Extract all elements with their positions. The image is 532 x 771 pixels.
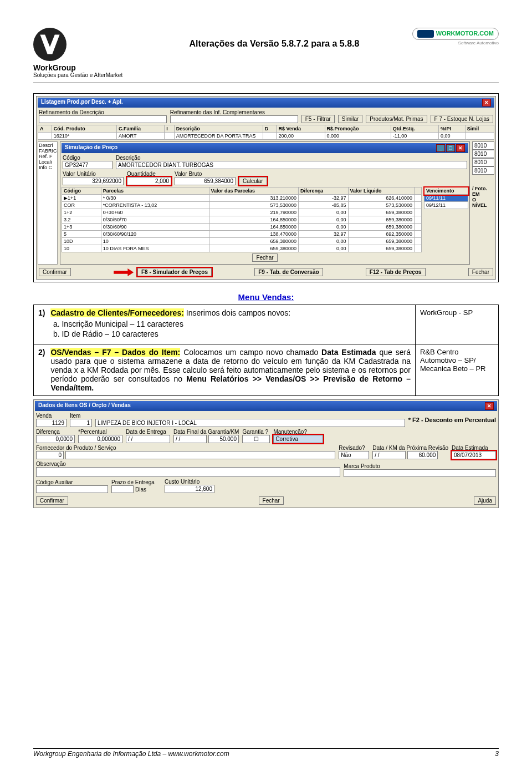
close-icon[interactable]: ✕	[485, 402, 494, 410]
col-ipi: %IPI	[438, 125, 465, 133]
produtos-button[interactable]: Produtos/Mat. Primas	[366, 115, 427, 123]
manut-select[interactable]: Corretiva	[273, 435, 323, 443]
sim-row[interactable]: 10D10659,3800000,00659,380000	[62, 238, 422, 245]
venc-cell[interactable]: 09/12/11	[424, 202, 468, 209]
forn-label: Fornecedor do Produto / Serviço	[36, 445, 335, 451]
item-desc-input[interactable]: LIMPEZA DE BICO INJETOR I - LOCAL	[95, 419, 405, 427]
f9-button[interactable]: F9 - Tab. de Conversão	[254, 268, 323, 276]
confirmar-button[interactable]: Confirmar	[36, 496, 68, 505]
dfin-km-input[interactable]: 50.000	[208, 435, 239, 443]
perc-input[interactable]: 0,000000	[78, 435, 122, 443]
fechar-button[interactable]: Fechar	[259, 496, 284, 505]
sim-row[interactable]: 50/30/60/90/120138,47000032,97692,350000	[62, 231, 422, 238]
ajuda-button[interactable]: Ajuda	[474, 496, 496, 505]
item1-rest: Inserimos dois campos novos:	[184, 308, 290, 317]
close-icon[interactable]: ✕	[456, 144, 465, 152]
item-label: Item	[70, 413, 92, 419]
side-text: / Foto.	[472, 186, 494, 191]
marca-input[interactable]	[344, 469, 496, 477]
menu-vendas-link: Menu Vendas:	[238, 292, 294, 302]
sim-titlebar: Simulação de Preço _ □ ✕	[62, 143, 468, 153]
dest-input[interactable]: 08/07/2013	[452, 451, 496, 459]
sim-vunit-input[interactable]: 329,692000	[63, 177, 124, 185]
side-label: Info C	[39, 165, 57, 170]
refine-desc-input[interactable]	[39, 115, 167, 123]
workmotor-text: WORKMOTOR.COM	[436, 30, 494, 37]
f5-button[interactable]: F5 - Filtrar	[301, 115, 335, 123]
dkm-km-input[interactable]: 60.000	[407, 451, 438, 459]
listing-window: Listagem Prod.por Desc. + Apl. ✕ Refinam…	[36, 96, 496, 280]
dfin-date-input[interactable]: / /	[173, 435, 207, 443]
manut-label: Manutenção?	[273, 429, 323, 435]
f8-button[interactable]: F8 - Simulador de Preços	[137, 268, 212, 276]
dkm-date-input[interactable]: / /	[372, 451, 406, 459]
maximize-icon[interactable]: □	[446, 144, 455, 152]
col-venda: R$ Venda	[277, 125, 325, 133]
sim-desc-input[interactable]: AMORTECEDOR DIANT. TURBOGAS	[116, 161, 467, 169]
obs-input[interactable]	[36, 467, 340, 477]
sim-codigo-label: Código	[63, 155, 112, 161]
sim-vbruto-input[interactable]: 659,384000	[175, 177, 236, 185]
col-simil: Simil	[465, 125, 494, 133]
close-icon[interactable]: ✕	[482, 99, 491, 106]
refine-desc-label: Refinamento da Descrição	[39, 109, 167, 115]
venc-header: Vencimento	[424, 187, 468, 195]
side-text: EM	[472, 191, 494, 197]
fechar-button[interactable]: Fechar	[468, 268, 493, 276]
venda-input[interactable]: 1129	[36, 419, 66, 427]
venc-cell[interactable]: 09/11/11	[424, 195, 468, 202]
similar-button[interactable]: Similar	[338, 115, 363, 123]
table-row[interactable]: 16210* AMORT AMORTECEDOR DA PORTA TRAS 2…	[38, 133, 494, 140]
dif-label: Diferença	[36, 429, 75, 435]
sim-vunit-label: Valor Unitário	[63, 171, 124, 177]
item2-lead: OS/Vendas – F7 – Dados do Item:	[50, 348, 180, 357]
sim-row[interactable]: 3.20/30/50/70164,8500000,00659,380000	[62, 216, 422, 224]
col-cod: Cód. Produto	[52, 125, 116, 133]
page-footer: Workgroup Engenharia de Informação Ltda …	[33, 748, 499, 758]
venda-label: Venda	[36, 413, 66, 419]
sim-row[interactable]: ▶1+1* 0/30313,210000-32,97626,410000	[62, 195, 422, 202]
calcular-button[interactable]: Calcular	[239, 177, 267, 185]
prazo-input[interactable]	[111, 485, 134, 493]
listing-table: A Cód. Produto C.Família I Descrição D R…	[38, 125, 494, 140]
sim-row[interactable]: 1+20+30+60219,7900000,00659,380000	[62, 209, 422, 216]
sim-row[interactable]: 1010 DIAS FORA MES659,3800000,00659,3800…	[62, 245, 422, 252]
sim-row[interactable]: COR*CORRENTISTA - 13,02573,530000-85,855…	[62, 202, 422, 209]
rev-select[interactable]: Não	[339, 451, 369, 459]
item2-num: 2)	[38, 348, 45, 392]
minimize-icon[interactable]: _	[436, 144, 445, 152]
side-label: Descri	[39, 143, 57, 148]
dent-input[interactable]: / /	[126, 435, 170, 443]
dent-label: Data de Entrega	[126, 429, 170, 435]
gar-checkbox[interactable]: ☐	[242, 435, 270, 443]
f7-button[interactable]: F 7 - Estoque N. Lojas	[431, 115, 494, 123]
company-sub: Soluções para Gestão e AfterMarket	[33, 72, 144, 78]
side-text: O	[472, 197, 494, 202]
confirmar-button[interactable]: Confirmar	[39, 268, 71, 276]
sim-codigo-input[interactable]: GP32477	[63, 161, 112, 169]
car-icon	[417, 30, 434, 38]
side-label: FABRIC	[39, 148, 57, 154]
item2-cell: 2) OS/Vendas – F7 – Dados do Item: Coloc…	[34, 344, 416, 396]
f12-button[interactable]: F12 - Tab de Preços	[366, 268, 426, 276]
forn-code-input[interactable]: 0	[36, 451, 64, 459]
custo-input[interactable]: 12,600	[165, 485, 214, 493]
workmotor-badge: WORKMOTOR.COM	[412, 28, 499, 40]
refine-comp-input[interactable]	[170, 115, 298, 123]
prazo-label: Prazo de Entrega	[111, 479, 161, 485]
item1-cell: 1) Cadastro de Clientes/Fornecedores: In…	[34, 305, 416, 344]
sim-title: Simulação de Preço	[65, 144, 117, 152]
codaux-input[interactable]	[36, 485, 108, 493]
sim-row[interactable]: 1+30/30/60/90164,8500000,00659,380000	[62, 224, 422, 231]
item-title: Dados de Itens OS / Orçto / Vendas	[38, 402, 131, 410]
screenshot-1-frame: Listagem Prod.por Desc. + Apl. ✕ Refinam…	[33, 93, 499, 282]
sim-qtd-input[interactable]: 2,000	[127, 177, 171, 185]
col-desc: Descrição	[174, 125, 263, 133]
content-table: 1) Cadastro de Clientes/Fornecedores: In…	[33, 305, 499, 396]
dif-input[interactable]: 0,0000	[36, 435, 75, 443]
dkm-label: Data / KM da Próxima Revisão	[372, 445, 448, 451]
forn-name-input[interactable]	[65, 451, 335, 459]
workmotor-sub: Software Automotivo	[405, 40, 499, 45]
fechar-button[interactable]: Fechar	[252, 253, 277, 262]
item-input[interactable]: 1	[70, 419, 92, 427]
